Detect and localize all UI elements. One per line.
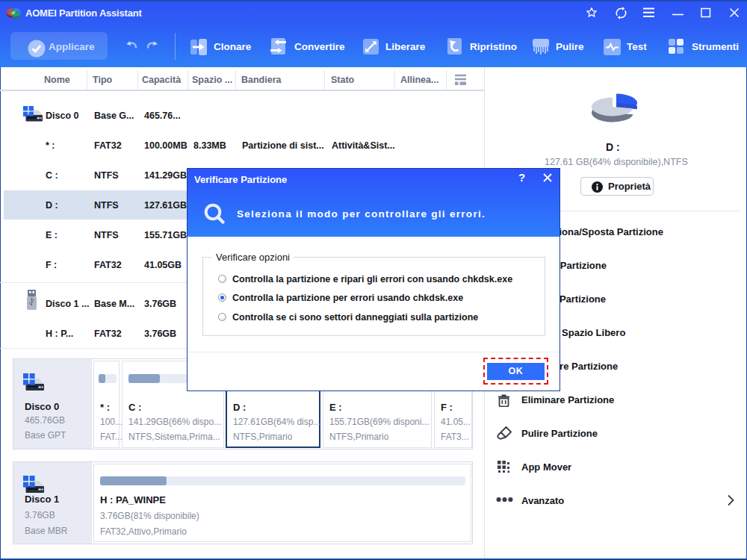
svg-text:?: ? bbox=[518, 171, 525, 184]
